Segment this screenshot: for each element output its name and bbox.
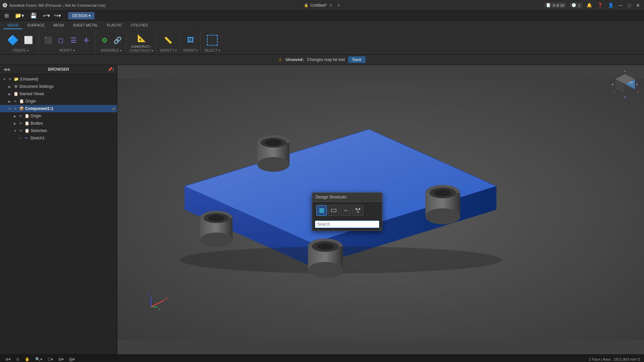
eye-bodies[interactable]: 👁 xyxy=(18,121,23,126)
expand-unsaved[interactable]: ▼ xyxy=(2,77,7,81)
tree-item-unsaved[interactable]: ▼ 👁 📁 (Unsaved) xyxy=(0,75,117,83)
viewcube[interactable]: RIGHT ▲ ▶ ▼ ◀ X Y Z xyxy=(610,69,640,99)
construct-plane-btn[interactable]: 📐 CONSTRUCT - xyxy=(130,32,153,49)
collapse-browser-btn[interactable]: ◀◀ xyxy=(3,67,9,72)
browser-content: ▼ 👁 📁 (Unsaved) ▶ ⚙ Document Settings ▶ … xyxy=(0,74,117,354)
folder-icon-origin-child: 📋 xyxy=(24,113,30,119)
modify-fillet-btn[interactable]: ◻ xyxy=(55,35,67,46)
press-pull-icon: ⬛ xyxy=(43,36,53,45)
zoom-btn[interactable]: 🔍▾ xyxy=(34,356,44,362)
new-tab-icon[interactable]: + xyxy=(337,2,340,8)
close-tab-icon[interactable]: ✕ xyxy=(329,3,332,8)
status-right: 1 Face | Area : 1911.903 mm^2 xyxy=(589,357,640,361)
resize-handle[interactable]: ⊿ xyxy=(379,226,381,230)
eye-unsaved[interactable]: 👁 xyxy=(8,77,12,81)
tab-mesh[interactable]: MESH xyxy=(49,22,68,29)
tree-item-component1[interactable]: ▼ 👁 📦 Component1:1 ⊙ xyxy=(0,105,117,112)
select-items xyxy=(206,32,219,49)
ds-solid-btn[interactable] xyxy=(316,205,327,216)
close-btn[interactable]: ✕ xyxy=(635,2,641,9)
app-title-text: Autodesk Fusion 360 (Personal – Not for … xyxy=(9,3,106,7)
minimize-btn[interactable]: ─ xyxy=(617,2,624,9)
design-menu-btn[interactable]: DESIGN ▾ xyxy=(68,12,95,19)
face-area-info: 1 Face | Area : 1911.903 mm^2 xyxy=(589,357,640,361)
tree-item-named-views[interactable]: ▶ 📋 Named Views xyxy=(0,90,117,98)
insert-canvas-btn[interactable]: 🖼 xyxy=(184,35,197,46)
snap-btn[interactable]: ⊕▾ xyxy=(4,356,12,362)
folder-icon-unsaved: 📁 xyxy=(13,76,19,82)
tab-plastic[interactable]: PLASTIC xyxy=(103,22,126,29)
tab-sheet-metal[interactable]: SHEET METAL xyxy=(69,22,102,29)
assemble-asbuilt-btn[interactable]: 🔗 xyxy=(111,35,123,46)
tree-item-bodies[interactable]: ▶ 👁 📋 Bodies xyxy=(0,120,117,127)
ds-pattern-btn[interactable] xyxy=(353,205,363,216)
viewport[interactable]: X Y Z RIGHT ▲ xyxy=(117,65,644,354)
redo-btn[interactable]: ↪▾ xyxy=(52,12,63,19)
tab-surface[interactable]: SURFACE xyxy=(23,22,49,29)
inspect-measure-btn[interactable]: 📏 xyxy=(162,35,174,46)
svg-rect-45 xyxy=(356,208,357,210)
modify-move-btn[interactable]: ✛ xyxy=(80,35,92,46)
eye-origin-child[interactable]: 👁 xyxy=(18,114,23,118)
component-target-icon: ⊙ xyxy=(112,107,115,111)
layout-btn[interactable]: ▤▾ xyxy=(68,356,76,362)
eye-sketches[interactable]: 👁 xyxy=(18,128,23,133)
grid-btn[interactable]: ⊞▾ xyxy=(57,356,65,362)
status-bar: ⊕▾ ⊙ ✋ 🔍▾ ⬡▾ ⊞▾ ▤▾ 1 Face | Area : 1911.… xyxy=(0,354,644,362)
expand-named-views[interactable]: ▶ xyxy=(7,92,12,96)
svg-text:▶: ▶ xyxy=(636,83,639,86)
help-btn[interactable]: ❓ xyxy=(596,2,604,8)
modify-press-pull-btn[interactable]: ⬛ xyxy=(42,35,54,46)
design-shortcuts-header: Design Shortcuts xyxy=(312,193,382,202)
profile-btn[interactable]: 👤 xyxy=(606,2,615,8)
file-btn[interactable]: 📁▾ xyxy=(13,12,26,19)
modify-shell-btn[interactable]: ☰ xyxy=(67,35,79,46)
save-btn-top[interactable]: 💾 xyxy=(29,12,39,19)
display-btn[interactable]: ⬡▾ xyxy=(46,356,54,362)
pan-btn[interactable]: ✋ xyxy=(23,356,31,362)
tree-item-sketch1[interactable]: 👁 ✏ Sketch1 xyxy=(0,134,117,142)
svg-point-9 xyxy=(265,139,281,146)
expand-component1[interactable]: ▼ xyxy=(7,106,12,111)
expand-origin-child[interactable]: ▶ xyxy=(13,114,17,118)
expand-origin-root[interactable]: ▶ xyxy=(7,99,12,104)
eye-origin-root[interactable]: 👁 xyxy=(13,99,18,104)
eye-sketch1[interactable]: 👁 xyxy=(18,136,23,140)
ds-arc-btn[interactable] xyxy=(340,205,351,216)
ds-surface-btn[interactable] xyxy=(328,205,339,216)
tree-item-origin-root[interactable]: ▶ 👁 📋 Origin xyxy=(0,98,117,105)
ribbon-group-create: 🔷 ⬜ CREATE ▾ xyxy=(3,32,39,53)
tree-item-doc-settings[interactable]: ▶ ⚙ Document Settings xyxy=(0,83,117,90)
tree-item-origin-child[interactable]: ▶ 👁 📋 Origin xyxy=(0,112,117,120)
fillet-icon: ◻ xyxy=(56,36,65,45)
document-title: Untitled* xyxy=(311,3,327,8)
joint-icon: ⚙ xyxy=(100,36,109,45)
lock-icon: 🔒 xyxy=(304,3,309,7)
tab-utilities[interactable]: UTILITIES xyxy=(127,22,152,29)
create-extrude-btn[interactable]: ⬜ xyxy=(21,34,36,47)
tree-item-sketches[interactable]: ▼ 👁 📋 Sketches xyxy=(0,127,117,134)
maximize-btn[interactable]: □ xyxy=(626,2,633,9)
browser-pin-btn[interactable]: 📌 xyxy=(108,67,113,72)
expand-sketches[interactable]: ▼ xyxy=(13,128,17,133)
browser-expand-btn[interactable]: | xyxy=(113,68,114,71)
tab-solid[interactable]: SOLID xyxy=(3,22,22,29)
expand-bodies[interactable]: ▶ xyxy=(13,121,17,126)
assemble-joint-btn[interactable]: ⚙ xyxy=(99,35,111,46)
ribbon-group-modify: ⬛ ◻ ☰ ✛ MODIFY ▾ xyxy=(39,32,95,53)
orbit-btn[interactable]: ⊙ xyxy=(15,356,21,362)
construct-plane-icon: 📐 xyxy=(136,32,148,44)
gear-icon-doc: ⚙ xyxy=(13,84,18,89)
save-button[interactable]: Save xyxy=(348,56,365,63)
bell-btn[interactable]: 🔔 xyxy=(585,2,594,8)
select-window-btn[interactable] xyxy=(206,34,219,46)
expand-doc-settings[interactable]: ▶ xyxy=(7,84,12,89)
create-new-component-btn[interactable]: 🔷 xyxy=(5,34,20,47)
eye-component1[interactable]: 👁 xyxy=(13,106,18,111)
search-input[interactable] xyxy=(315,221,379,228)
undo-btn[interactable]: ↩▾ xyxy=(41,12,52,19)
construct-label: CONSTRUCT ▾ xyxy=(130,49,153,53)
grid-menu-btn[interactable]: ⊞ xyxy=(3,12,10,19)
ribbon-group-select: SELECT ▾ xyxy=(202,32,223,53)
undo-redo-group: ↩▾ ↪▾ xyxy=(41,12,63,19)
